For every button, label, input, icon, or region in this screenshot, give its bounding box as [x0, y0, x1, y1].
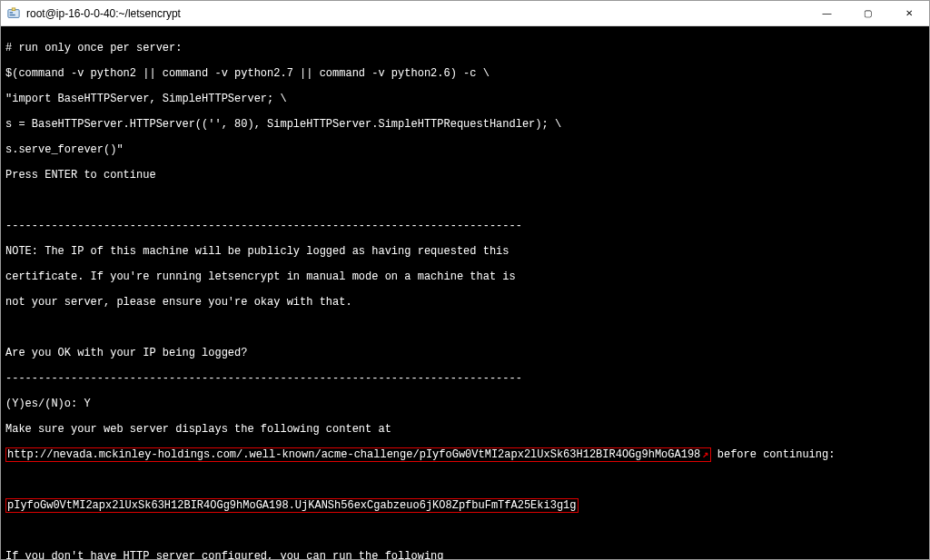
challenge-token: pIyfoGw0VtMI2apx2lUxSk63H12BIR4OGg9hMoGA… [5, 498, 579, 513]
terminal-line: Make sure your web server displays the f… [5, 423, 925, 436]
terminal-line [5, 194, 925, 207]
terminal[interactable]: # run only once per server: $(command -v… [1, 26, 929, 559]
terminal-line: Are you OK with your IP being logged? [5, 347, 925, 359]
svg-rect-3 [10, 14, 15, 15]
svg-rect-1 [12, 7, 15, 10]
window-controls: — ▢ ✕ [806, 1, 929, 25]
terminal-line: s = BaseHTTPServer.HTTPServer(('', 80), … [5, 118, 925, 131]
putty-window: root@ip-16-0-0-40:~/letsencrypt — ▢ ✕ # … [0, 0, 930, 560]
svg-rect-2 [10, 12, 14, 13]
terminal-line: certificate. If you're running letsencry… [5, 270, 925, 283]
terminal-line: pIyfoGw0VtMI2apx2lUxSk63H12BIR4OGg9hMoGA… [5, 499, 925, 512]
terminal-line: # run only once per server: [5, 42, 925, 54]
terminal-line [5, 321, 925, 334]
maximize-button[interactable]: ▢ [847, 1, 888, 25]
terminal-line [5, 525, 925, 537]
titlebar[interactable]: root@ip-16-0-0-40:~/letsencrypt — ▢ ✕ [1, 1, 929, 26]
minimize-button[interactable]: — [806, 1, 847, 25]
terminal-line: $(command -v python2 || command -v pytho… [5, 67, 925, 80]
terminal-line [5, 474, 925, 486]
terminal-line: NOTE: The IP of this machine will be pub… [5, 245, 925, 258]
terminal-line: (Y)es/(N)o: Y [5, 398, 925, 410]
window-title: root@ip-16-0-0-40:~/letsencrypt [26, 7, 806, 20]
terminal-line: ----------------------------------------… [5, 372, 925, 385]
terminal-line: ----------------------------------------… [5, 220, 925, 232]
challenge-url: http://nevada.mckinley-holdings.com/.wel… [5, 447, 711, 462]
terminal-line: Press ENTER to continue [5, 169, 925, 182]
terminal-line: "import BaseHTTPServer, SimpleHTTPServer… [5, 93, 925, 105]
terminal-line: s.serve_forever()" [5, 143, 925, 156]
terminal-line: http://nevada.mckinley-holdings.com/.wel… [5, 448, 925, 461]
terminal-line: If you don't have HTTP server configured… [5, 550, 925, 559]
putty-icon [6, 6, 21, 21]
terminal-line: not your server, please ensure you're ok… [5, 296, 925, 309]
close-button[interactable]: ✕ [888, 1, 929, 25]
terminal-text: before continuing: [711, 448, 836, 461]
